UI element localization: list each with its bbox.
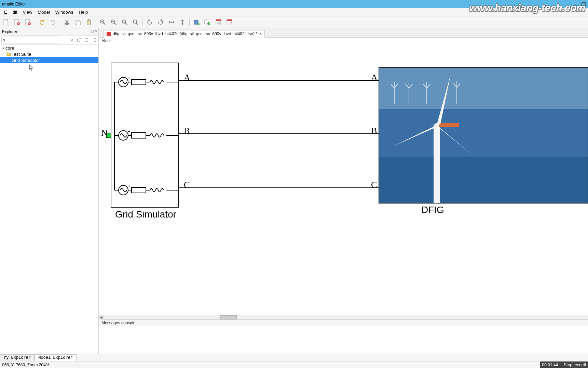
- svg-line-21: [136, 23, 138, 25]
- scrollbar-thumb[interactable]: [220, 315, 237, 319]
- tree-item-grid-simulator[interactable]: Grid Simulator: [0, 57, 98, 63]
- svg-line-18: [125, 23, 127, 25]
- menu-help[interactable]: Help: [76, 9, 91, 15]
- svg-text:+: +: [128, 76, 130, 80]
- tree-label: core: [5, 45, 14, 51]
- explorer-title: Explorer: [2, 29, 17, 34]
- menu-model[interactable]: Model: [35, 9, 52, 15]
- library-explorer-tab[interactable]: ry Explorer: [0, 354, 35, 361]
- breadcrumb[interactable]: Root: [99, 38, 588, 44]
- svg-text:+: +: [128, 184, 130, 188]
- minimize-button[interactable]: [573, 2, 578, 6]
- recording-widget[interactable]: 00:01:44 Stop recordi: [540, 362, 588, 368]
- svg-rect-10: [77, 21, 80, 25]
- zoom-region-button[interactable]: [120, 17, 129, 27]
- flip-vertical-button[interactable]: [178, 17, 187, 27]
- phase-a-right-label: A: [371, 73, 378, 83]
- svg-text:+: +: [128, 129, 130, 133]
- explorer-panel: Explorer ◱ ✕ ✕ ▾ core: [0, 28, 99, 354]
- svg-rect-19: [123, 21, 125, 22]
- schematic-canvas[interactable]: + +: [99, 44, 588, 315]
- breadcrumb-root: Root: [102, 38, 111, 43]
- svg-rect-1: [582, 2, 585, 6]
- svg-rect-82: [439, 123, 459, 127]
- maximize-button[interactable]: [581, 2, 586, 6]
- tree-label: Grid Simulator: [12, 58, 40, 63]
- expand-all-button[interactable]: [83, 37, 90, 43]
- model-explorer-tab[interactable]: Model Explorer: [35, 354, 77, 361]
- redo-button[interactable]: [48, 17, 58, 27]
- stop-recording-label: Stop recordi: [564, 363, 586, 367]
- flip-horizontal-button[interactable]: [167, 17, 176, 27]
- console-header: Messages console: [99, 319, 588, 326]
- svg-rect-11: [87, 20, 91, 25]
- sort-button[interactable]: [76, 37, 82, 43]
- explorer-search-input[interactable]: [1, 37, 60, 43]
- svg-line-16: [114, 23, 116, 25]
- cut-button[interactable]: [62, 17, 72, 27]
- titlebar: ematic Editor: [0, 0, 588, 8]
- clear-search-icon[interactable]: ✕: [70, 38, 73, 42]
- editor-tab[interactable]: dfig_sil_gsc_rsc_690v_lhvrt_hil402s (dfi…: [104, 30, 265, 38]
- undo-button[interactable]: [37, 17, 47, 27]
- file-icon: [107, 32, 111, 36]
- report-delete-button[interactable]: [224, 17, 234, 27]
- svg-rect-12: [88, 19, 90, 21]
- toolbar: [0, 16, 588, 28]
- panel-float-icon[interactable]: ◱: [91, 29, 94, 33]
- port-n-label: N: [101, 128, 108, 138]
- console-title: Messages console: [101, 320, 135, 325]
- phase-b-left-label: B: [184, 126, 190, 136]
- phase-a-left-label: A: [184, 73, 190, 83]
- menu-view[interactable]: View: [20, 9, 35, 15]
- explorer-tree[interactable]: ▾ core Test Suite Grid Simulator: [0, 45, 98, 354]
- collapse-icon[interactable]: ▾: [1, 46, 5, 50]
- svg-rect-64: [379, 68, 588, 109]
- console-body[interactable]: [99, 326, 588, 354]
- tree-item-core[interactable]: ▾ core: [0, 45, 98, 51]
- rotate-left-button[interactable]: [145, 17, 154, 27]
- menubar: Edit View Model Windows Help: [0, 8, 588, 16]
- new-file-button[interactable]: [1, 17, 11, 27]
- compile-load-button[interactable]: [203, 17, 212, 27]
- rotate-right-button[interactable]: [156, 17, 165, 27]
- compile-button[interactable]: [192, 17, 201, 27]
- dfig-block-label: DFIG: [421, 205, 444, 215]
- save-file-button[interactable]: [23, 17, 33, 27]
- svg-rect-32: [227, 19, 232, 21]
- phase-c-left-label: C: [184, 180, 190, 190]
- report-button[interactable]: [214, 17, 223, 27]
- zoom-out-button[interactable]: [109, 17, 119, 27]
- menu-edit[interactable]: Edit: [1, 9, 20, 15]
- copy-button[interactable]: [73, 17, 83, 27]
- menu-windows[interactable]: Windows: [53, 9, 76, 15]
- svg-rect-28: [216, 19, 221, 21]
- collapse-all-button[interactable]: [91, 37, 97, 43]
- svg-rect-40: [132, 79, 146, 85]
- folder-icon: [6, 52, 12, 56]
- svg-rect-55: [132, 187, 146, 193]
- grid-simulator-block-label: Grid Simulator: [115, 209, 176, 220]
- editor-tabbar: dfig_sil_gsc_rsc_690v_lhvrt_hil402s (dfi…: [99, 28, 588, 38]
- svg-rect-22: [134, 20, 136, 23]
- tree-label: Test Suite: [12, 52, 31, 57]
- explorer-header: Explorer ◱ ✕: [0, 28, 98, 36]
- scroll-left-button[interactable]: ◀: [99, 315, 104, 320]
- horizontal-scrollbar[interactable]: ◀: [99, 315, 588, 319]
- svg-rect-63: [379, 157, 588, 203]
- zoom-in-button[interactable]: [98, 17, 108, 27]
- open-file-button[interactable]: [12, 17, 22, 27]
- close-tab-icon[interactable]: ×: [259, 31, 262, 36]
- bottom-tabbar: ry Explorer Model Explorer: [0, 354, 588, 361]
- window-title: ematic Editor: [2, 2, 26, 6]
- tree-item-test-suite[interactable]: Test Suite: [0, 51, 98, 57]
- zoom-fit-button[interactable]: [131, 17, 140, 27]
- tab-label: dfig_sil_gsc_rsc_690v_lhvrt_hil402s (dfi…: [113, 31, 257, 36]
- svg-line-14: [104, 23, 105, 25]
- phase-c-right-label: C: [371, 180, 377, 190]
- phase-b-right-label: B: [371, 126, 377, 136]
- panel-close-icon[interactable]: ✕: [94, 29, 97, 33]
- svg-rect-47: [132, 133, 146, 138]
- paste-button[interactable]: [84, 17, 94, 27]
- svg-rect-81: [434, 124, 440, 203]
